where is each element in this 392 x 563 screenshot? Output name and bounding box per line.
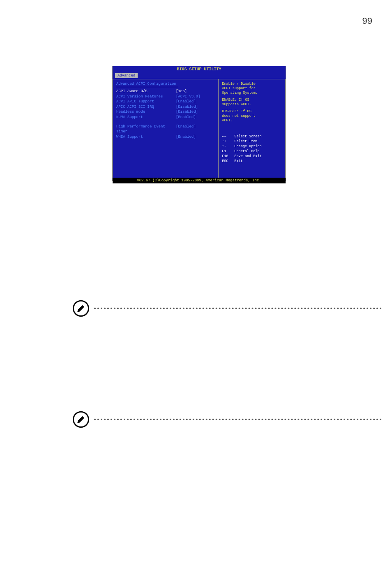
bios-header: BIOS SETUP UTILITY <box>113 66 286 72</box>
bios-item-value: [ACPI v3.0] <box>176 94 215 100</box>
bios-nav-desc: Exit <box>234 159 242 164</box>
bios-item-label: Headless mode <box>116 109 176 115</box>
bios-nav-key: ←→ <box>222 134 234 139</box>
bios-item-value: [Disabled] <box>176 109 215 115</box>
bios-item[interactable]: ACPI APIC support [Enabled] <box>116 99 215 104</box>
bios-item-label: High Performance Event Timer <box>116 124 176 134</box>
page-number: 99 <box>362 16 372 26</box>
bios-body: Advanced ACPI Configuration ACPI Aware O… <box>113 79 286 178</box>
bios-section-title: Advanced ACPI Configuration <box>116 82 215 86</box>
bios-divider <box>116 87 178 87</box>
bios-tab-advanced[interactable]: Advanced <box>115 73 138 78</box>
bios-nav-desc: General Help <box>234 149 259 154</box>
bios-item-value: [Yes] <box>176 89 215 94</box>
bios-item-label: WHEA Support <box>116 134 176 140</box>
bios-item-value: [Enabled] <box>176 99 215 104</box>
bios-item-value: [Enabled] <box>176 115 215 120</box>
bios-nav-desc: Change Option <box>234 144 261 149</box>
bios-nav-desc: Select Item <box>234 139 257 144</box>
bios-item-value: [Enabled] <box>176 124 215 134</box>
bios-item-label: ACPI APIC support <box>116 99 176 104</box>
bios-nav-key: ↑↓ <box>222 139 234 144</box>
pencil-note-icon <box>73 300 89 317</box>
bios-item-label: ACPI Aware O/S <box>116 89 176 94</box>
bios-item[interactable]: High Performance Event Timer [Enabled] <box>116 124 215 134</box>
bios-item[interactable]: ACPI Version Features [ACPI v3.0] <box>116 94 215 100</box>
bios-help-text: Enable / Disable ACPI support for Operat… <box>222 82 282 95</box>
note-section <box>73 300 382 317</box>
pencil-note-icon <box>73 411 89 428</box>
bios-item[interactable]: Headless mode [Disabled] <box>116 109 215 115</box>
bios-item[interactable]: NUMA Support [Enabled] <box>116 115 215 120</box>
bios-right-panel: Enable / Disable ACPI support for Operat… <box>219 79 286 178</box>
dotted-line <box>94 419 382 420</box>
bios-help-text: ENABLE: If OS supports ACPI. <box>222 98 282 107</box>
bios-nav-row: F1 General Help <box>222 149 282 154</box>
bios-item[interactable]: WHEA Support [Enabled] <box>116 134 215 140</box>
bios-nav-desc: Select Screen <box>234 134 261 139</box>
bios-item-value: [Enabled] <box>176 134 215 140</box>
bios-footer: v02.67 (C)Copyright 1985-2009, American … <box>113 178 286 183</box>
bios-nav-help: ←→ Select Screen ↑↓ Select Item +- Chang… <box>222 134 282 164</box>
bios-nav-row: ←→ Select Screen <box>222 134 282 139</box>
bios-nav-row: F10 Save and Exit <box>222 154 282 159</box>
bios-item-value: [Disabled] <box>176 104 215 110</box>
bios-nav-key: F1 <box>222 149 234 154</box>
bios-nav-key: ESC <box>222 159 234 164</box>
bios-screenshot: BIOS SETUP UTILITY Advanced Advanced ACP… <box>112 66 286 181</box>
bios-left-panel: Advanced ACPI Configuration ACPI Aware O… <box>113 79 219 178</box>
bios-nav-row: ESC Exit <box>222 159 282 164</box>
bios-nav-key: +- <box>222 144 234 149</box>
bios-item-label: ACPI Version Features <box>116 94 176 100</box>
bios-tab-bar: Advanced <box>113 72 286 79</box>
bios-item[interactable]: APIC ACPI SCI IRQ [Disabled] <box>116 104 215 110</box>
bios-help-text: DISABLE: If OS does not support ACPI. <box>222 109 282 123</box>
bios-item[interactable]: ACPI Aware O/S [Yes] <box>116 89 215 94</box>
bios-item-label: NUMA Support <box>116 115 176 120</box>
bios-nav-key: F10 <box>222 154 234 159</box>
bios-nav-desc: Save and Exit <box>234 154 261 159</box>
note-section <box>73 411 382 428</box>
dotted-line <box>94 308 382 309</box>
bios-nav-row: +- Change Option <box>222 144 282 149</box>
bios-nav-row: ↑↓ Select Item <box>222 139 282 144</box>
bios-item-label: APIC ACPI SCI IRQ <box>116 104 176 110</box>
